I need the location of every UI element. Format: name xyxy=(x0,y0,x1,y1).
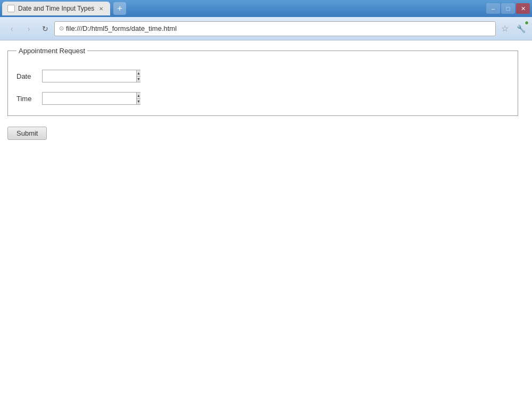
back-icon: ‹ xyxy=(11,24,13,33)
time-increment-button[interactable]: ▲ xyxy=(137,93,140,99)
wrench-icon: 🔧 xyxy=(517,24,526,33)
date-input-wrapper: ▲ ▼ xyxy=(42,70,140,82)
tab-favicon xyxy=(7,5,15,12)
tab-title: Date and Time Input Types xyxy=(18,5,94,12)
navigation-bar: ‹ › ↻ ⊙ file:///D:/html5_forms/date_time… xyxy=(0,17,532,40)
bookmark-button[interactable]: ☆ xyxy=(498,22,512,36)
time-input-wrapper: ▲ ▼ xyxy=(42,92,140,105)
date-row: Date ▲ ▼ xyxy=(16,70,509,82)
page-content: Appointment Request Date ▲ ▼ xyxy=(0,40,532,399)
star-icon: ☆ xyxy=(501,23,509,34)
time-decrement-button[interactable]: ▼ xyxy=(137,99,140,105)
fieldset-legend: Appointment Request xyxy=(16,47,87,55)
time-row: Time ▲ ▼ xyxy=(16,92,509,105)
title-bar: Date and Time Input Types ✕ + – □ ✕ xyxy=(0,0,532,17)
date-spinner-buttons: ▲ ▼ xyxy=(136,70,140,82)
new-tab-button[interactable]: + xyxy=(113,2,126,15)
address-text: file:///D:/html5_forms/date_time.html xyxy=(66,24,491,32)
date-input[interactable] xyxy=(43,70,136,82)
refresh-button[interactable]: ↻ xyxy=(38,22,52,36)
tab-close-button[interactable]: ✕ xyxy=(97,5,105,12)
appointment-form: Appointment Request Date ▲ ▼ xyxy=(7,47,525,140)
appointment-fieldset: Appointment Request Date ▲ ▼ xyxy=(7,47,518,116)
date-increment-button[interactable]: ▲ xyxy=(137,70,140,77)
address-icon: ⊙ xyxy=(59,25,64,32)
update-badge xyxy=(525,21,529,25)
title-bar-controls: – □ ✕ xyxy=(486,3,530,14)
date-decrement-button[interactable]: ▼ xyxy=(137,77,140,82)
refresh-icon: ↻ xyxy=(42,24,48,33)
nav-right-buttons: ☆ 🔧 xyxy=(498,22,528,36)
browser-tab[interactable]: Date and Time Input Types ✕ xyxy=(2,2,110,15)
title-bar-left: Date and Time Input Types ✕ + xyxy=(2,2,126,15)
close-button[interactable]: ✕ xyxy=(516,3,530,14)
settings-button[interactable]: 🔧 xyxy=(514,22,528,36)
browser-window: Date and Time Input Types ✕ + – □ ✕ ‹ › … xyxy=(0,0,532,399)
maximize-button[interactable]: □ xyxy=(501,3,515,14)
minimize-button[interactable]: – xyxy=(486,3,500,14)
forward-button[interactable]: › xyxy=(21,21,36,36)
forward-icon: › xyxy=(28,24,30,33)
submit-button[interactable]: Submit xyxy=(7,127,47,140)
date-label: Date xyxy=(16,72,38,80)
time-label: Time xyxy=(16,95,38,103)
time-input[interactable] xyxy=(43,93,136,104)
back-button[interactable]: ‹ xyxy=(4,21,19,36)
time-spinner-buttons: ▲ ▼ xyxy=(136,93,140,104)
address-bar[interactable]: ⊙ file:///D:/html5_forms/date_time.html xyxy=(54,21,496,36)
